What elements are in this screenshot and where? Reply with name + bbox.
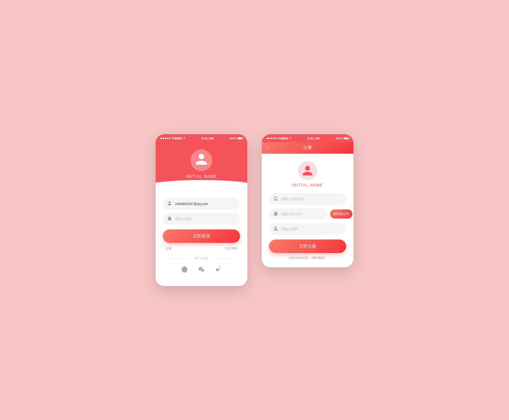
register-link[interactable]: 注册 — [165, 246, 171, 251]
avatar — [191, 150, 212, 171]
login-links: 注册 忘记密码 — [163, 246, 240, 251]
agreement-label: 注册代表您同意 — [288, 256, 308, 260]
reg-password-input[interactable] — [281, 227, 342, 231]
register-form: 获取验证码 — [269, 193, 346, 235]
user-icon-reg — [273, 226, 278, 232]
social-icons — [180, 264, 223, 274]
divider-right — [212, 258, 235, 259]
lock-icon — [167, 216, 172, 222]
lock-icon-reg — [273, 211, 278, 217]
divider: 第三方登录 — [163, 256, 240, 261]
register-avatar — [298, 161, 317, 180]
phone-field[interactable] — [269, 193, 346, 205]
status-bar-login: 中国移动 ⇡ 9:41 AM 100% — [156, 134, 247, 142]
register-phone: 中国移动 ⇡ 9:41 AM 100% ‹ 注册 INITIAL NA — [262, 134, 353, 267]
login-user-name: INITIAL NAME — [186, 174, 217, 179]
battery-area: 100% — [229, 137, 242, 140]
carrier-label: 中国移动 — [171, 137, 182, 140]
login-header: INITIAL NAME — [156, 142, 247, 193]
phone-input[interactable] — [281, 197, 342, 201]
register-title: 注册 — [303, 145, 312, 150]
password-input[interactable] — [175, 217, 236, 221]
qq-login-button[interactable] — [180, 264, 189, 274]
signal-area-reg: 中国移动 ⇡ — [267, 137, 292, 140]
phone-icon — [273, 196, 278, 202]
battery-icon — [237, 137, 242, 140]
login-body: 2454692297@qq.com 立即登录 注册 忘记密码 — [156, 193, 247, 286]
code-input[interactable] — [281, 212, 323, 216]
register-header: ‹ 注册 — [262, 142, 353, 154]
signal-area: 中国移动 ⇡ — [160, 137, 185, 140]
register-button[interactable]: 立即注册 — [269, 240, 346, 253]
code-row: 获取验证码 — [269, 208, 346, 220]
email-value[interactable]: 2454692297@qq.com — [175, 202, 208, 206]
reg-password-field[interactable] — [269, 223, 346, 235]
battery-label-reg: 100% — [336, 137, 342, 140]
battery-icon-reg — [343, 137, 349, 140]
screens-container: 中国移动 ⇡ 9:41 AM 100% INITIAL NAME — [156, 134, 353, 286]
user-icon — [167, 201, 172, 207]
third-party-section: 第三方登录 — [163, 254, 240, 279]
weibo-login-button[interactable] — [214, 264, 223, 274]
register-avatar-icon — [301, 165, 314, 177]
code-field[interactable] — [269, 208, 328, 220]
divider-left — [168, 258, 191, 259]
get-code-button[interactable]: 获取验证码 — [330, 210, 352, 218]
battery-area-reg: 100% — [336, 137, 349, 140]
wechat-login-button[interactable] — [197, 264, 206, 274]
status-bar-register: 中国移动 ⇡ 9:41 AM 100% — [262, 134, 353, 142]
back-button[interactable]: ‹ — [267, 144, 268, 150]
password-field[interactable] — [163, 213, 240, 225]
register-body: INITIAL NAME — [262, 154, 353, 267]
wifi-icon: ⇡ — [183, 137, 185, 140]
time-label-reg: 9:41 AM — [308, 137, 319, 140]
forgot-password-link[interactable]: 忘记密码 — [225, 246, 238, 251]
login-button[interactable]: 立即登录 — [163, 229, 240, 243]
user-avatar-icon — [195, 152, 208, 168]
wifi-icon-reg: ⇡ — [289, 137, 292, 140]
agreement-link[interactable]: 《用户协议》 — [309, 256, 327, 260]
email-field[interactable]: 2454692297@qq.com — [163, 198, 240, 210]
agreement-text: 注册代表您同意 《用户协议》 — [288, 256, 327, 260]
third-party-label: 第三方登录 — [194, 256, 209, 261]
battery-label: 100% — [229, 137, 236, 140]
carrier-label-reg: 中国移动 — [278, 137, 288, 140]
time-label: 9:41 AM — [201, 137, 213, 140]
login-phone: 中国移动 ⇡ 9:41 AM 100% INITIAL NAME — [156, 134, 247, 286]
register-user-name: INITIAL NAME — [292, 183, 323, 188]
